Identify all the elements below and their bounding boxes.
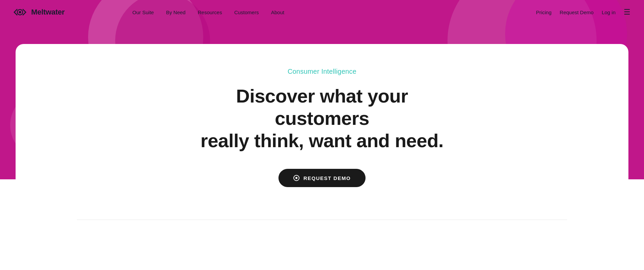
nav-by-need[interactable]: By Need (166, 9, 186, 15)
cta-label: REQUEST DEMO (304, 175, 351, 181)
hero-card: Consumer Intelligence Discover what your… (16, 44, 628, 220)
section-label: Consumer Intelligence (288, 68, 356, 75)
button-icon (293, 175, 299, 181)
svg-point-1 (19, 11, 21, 14)
nav-pricing[interactable]: Pricing (536, 9, 552, 15)
logo-wordmark: Meltwater (31, 8, 65, 17)
nav-request-demo[interactable]: Request Demo (560, 9, 594, 15)
hero-headline-line1: Discover what your customers (236, 85, 408, 129)
nav-about[interactable]: About (271, 9, 284, 15)
nav-resources[interactable]: Resources (198, 9, 222, 15)
logo-icon (14, 7, 28, 17)
nav-links: Our Suite By Need Resources Customers Ab… (132, 9, 284, 15)
main-nav: Meltwater Our Suite By Need Resources Cu… (0, 0, 644, 24)
nav-customers[interactable]: Customers (234, 9, 259, 15)
nav-right: Pricing Request Demo Log in ☰ (536, 8, 630, 17)
logo[interactable]: Meltwater (14, 7, 65, 17)
button-dot (295, 177, 297, 179)
request-demo-button[interactable]: REQUEST DEMO (278, 169, 366, 187)
hamburger-menu[interactable]: ☰ (624, 8, 630, 17)
hero-headline: Discover what your customers really thin… (190, 85, 454, 152)
card-divider (77, 220, 567, 220)
hero-headline-line2: really think, want and need. (201, 130, 443, 151)
nav-login[interactable]: Log in (602, 9, 616, 15)
nav-our-suite[interactable]: Our Suite (132, 9, 154, 15)
